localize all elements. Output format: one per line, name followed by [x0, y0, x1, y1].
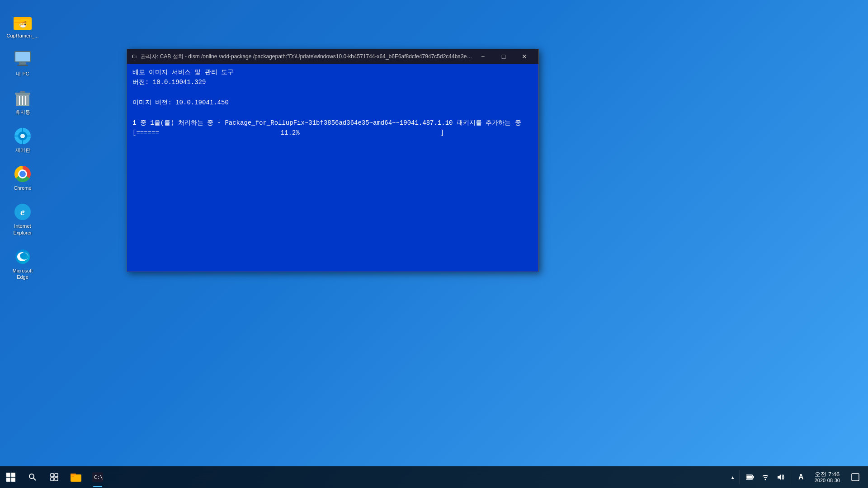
cmd-window: C:\ 관리자: CAB 설치 - dism /online /add-pack… [127, 49, 539, 272]
svg-rect-31 [71, 474, 81, 482]
volume-tray-icon[interactable] [774, 466, 788, 488]
cmd-line-2: 버전: 10.0.19041.329 [132, 77, 533, 87]
cmd-line-1: 배포 이미지 서비스 및 관리 도구 [132, 67, 533, 77]
svg-point-39 [764, 479, 766, 480]
cmd-restore-button[interactable]: □ [493, 49, 514, 64]
svg-rect-7 [19, 62, 26, 65]
svg-rect-19 [22, 141, 23, 144]
svg-rect-11 [20, 91, 25, 93]
svg-line-26 [33, 478, 36, 480]
ime-label: A [798, 473, 804, 481]
network-icon [761, 474, 769, 481]
svg-rect-20 [14, 136, 18, 136]
desktop-icon-control-panel-label: 제어판 [15, 147, 30, 153]
ie-icon: e [14, 203, 32, 221]
chrome-icon [14, 165, 32, 183]
desktop-icon-edge-label: Microsoft Edge [6, 267, 39, 281]
desktop-icon-my-pc-label: 내 PC [16, 70, 29, 77]
notification-center-button[interactable] [846, 466, 864, 488]
desktop-icon-my-pc[interactable]: 내 PC [5, 47, 41, 80]
network-tray-icon[interactable] [758, 466, 773, 488]
desktop-icon-chrome-label: Chrome [14, 185, 31, 191]
battery-icon [746, 474, 754, 480]
cmd-window-controls: − □ ✕ [472, 49, 535, 64]
clock-time: 오전 7:46 [815, 471, 840, 478]
taskbar-clock[interactable]: 오전 7:46 2020-08-30 [809, 466, 845, 488]
svg-marker-40 [778, 474, 781, 480]
file-explorer-icon [70, 472, 82, 483]
windows-logo-icon [6, 473, 15, 482]
svg-rect-28 [55, 474, 58, 477]
cmd-minimize-button[interactable]: − [472, 49, 493, 64]
task-view-icon [50, 473, 58, 481]
svg-rect-32 [71, 474, 76, 475]
edge-icon [14, 248, 32, 266]
svg-rect-29 [51, 478, 54, 481]
svg-text:C:\: C:\ [132, 54, 137, 59]
cmd-taskbar-icon: C:\ [92, 472, 103, 482]
cmd-line-5 [132, 108, 533, 118]
taskbar-search-button[interactable] [22, 466, 43, 488]
desktop-icons: 🍜 CupRamen_... 내 PC [0, 0, 45, 293]
cmd-titlebar: C:\ 관리자: CAB 설치 - dism /online /add-pack… [127, 49, 538, 64]
pc-icon [14, 51, 32, 69]
desktop-icon-chrome[interactable]: Chrome [5, 161, 41, 195]
desktop-icon-cup-ramen-label: CupRamen_... [7, 33, 39, 39]
svg-rect-37 [753, 476, 754, 479]
svg-rect-8 [17, 65, 28, 66]
ime-indicator[interactable]: A [794, 466, 808, 488]
tray-separator [740, 470, 740, 484]
svg-rect-21 [27, 136, 31, 136]
svg-rect-41 [852, 474, 859, 481]
taskbar-task-view-button[interactable] [43, 466, 65, 488]
desktop-icon-control-panel[interactable]: 제어판 [5, 123, 41, 157]
control-panel-icon [14, 127, 32, 145]
svg-rect-27 [51, 474, 54, 477]
cmd-line-6: 1 중 1을(를) 처리하는 중 - Package_for_RollupFix… [132, 118, 533, 128]
tray-separator-2 [791, 470, 791, 484]
desktop-icon-recycle-bin-label: 휴지통 [15, 109, 30, 115]
cmd-line-4: 이미지 버전: 10.0.19041.450 [132, 98, 533, 108]
battery-tray-icon[interactable] [743, 466, 757, 488]
search-icon [28, 473, 37, 481]
cmd-window-icon: C:\ [131, 53, 138, 60]
desktop-icon-ie[interactable]: e Internet Explorer [5, 199, 41, 239]
svg-text:C:\: C:\ [94, 474, 103, 480]
taskbar-tray: ▲ [725, 466, 868, 488]
desktop-icon-cup-ramen[interactable]: 🍜 CupRamen_... [5, 9, 41, 42]
recycle-bin-icon [14, 89, 32, 107]
taskbar-app-file-explorer[interactable] [65, 466, 87, 488]
desktop-icon-edge[interactable]: Microsoft Edge [5, 244, 41, 284]
svg-rect-6 [15, 52, 30, 61]
cmd-close-button[interactable]: ✕ [514, 49, 535, 64]
cmd-body[interactable]: 배포 이미지 서비스 및 관리 도구 버전: 10.0.19041.329 이미… [127, 64, 538, 272]
svg-text:🍜: 🍜 [19, 21, 27, 28]
cmd-line-3 [132, 88, 533, 98]
cmd-title-text: 관리자: CAB 설치 - dism /online /add-package … [141, 53, 472, 61]
cmd-progress-bar: [====== 11.2% ] [132, 128, 533, 138]
tray-show-hidden-button[interactable]: ▲ [729, 466, 737, 488]
desktop-icon-ie-label: Internet Explorer [6, 223, 39, 236]
folder-icon: 🍜 [14, 13, 32, 31]
speaker-icon [777, 474, 785, 481]
desktop-icon-recycle-bin[interactable]: 휴지통 [5, 85, 41, 119]
taskbar-app-cmd[interactable]: C:\ [87, 466, 108, 488]
svg-rect-33 [71, 476, 74, 477]
svg-rect-2 [14, 17, 21, 20]
svg-rect-18 [22, 128, 23, 131]
svg-rect-30 [55, 478, 58, 481]
svg-point-25 [29, 474, 34, 479]
svg-rect-38 [746, 476, 752, 479]
clock-date: 2020-08-30 [815, 478, 840, 483]
notification-icon [851, 473, 859, 481]
start-button[interactable] [0, 466, 22, 488]
svg-point-17 [20, 134, 25, 138]
taskbar: C:\ ▲ [0, 466, 868, 488]
